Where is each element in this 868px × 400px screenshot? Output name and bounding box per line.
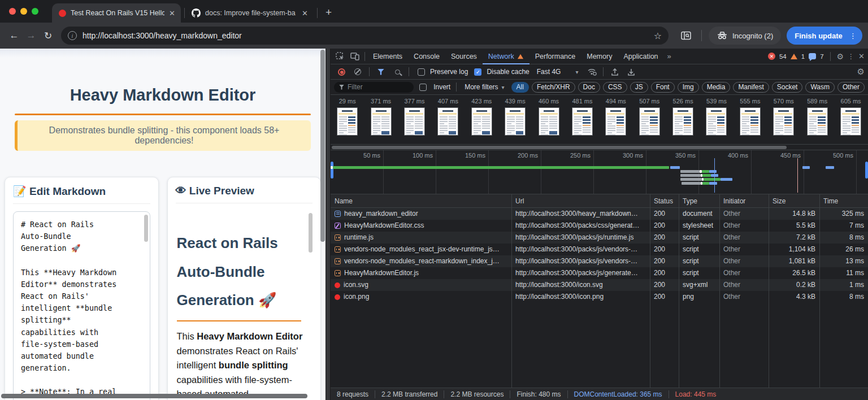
filter-pill-all[interactable]: All — [511, 82, 529, 93]
minimize-window-button[interactable] — [20, 8, 27, 15]
inspect-element-icon[interactable] — [333, 50, 348, 63]
filmstrip-frame[interactable]: 439 ms — [498, 98, 532, 144]
filter-pill-other[interactable]: Other — [837, 82, 865, 93]
browser-tab-inactive[interactable]: docs: Improve file-system-ba ✕ — [185, 3, 314, 23]
request-row[interactable]: heavy_markdown_editorhttp://localhost:30… — [331, 208, 868, 220]
filmstrip-frame[interactable]: 29 ms — [331, 98, 364, 144]
column-header-type[interactable]: Type — [679, 194, 719, 207]
filter-pill-media[interactable]: Media — [702, 82, 731, 93]
filter-pill-doc[interactable]: Doc — [578, 82, 600, 93]
filmstrip-scrollbar-thumb[interactable] — [332, 146, 787, 149]
close-window-button[interactable] — [9, 8, 16, 15]
disable-cache-checkbox[interactable]: ✓ — [474, 68, 481, 76]
preview-pane[interactable]: React on Rails Auto-Bundle Generation 🚀 … — [176, 211, 313, 400]
filter-pill-wasm[interactable]: Wasm — [805, 82, 835, 93]
maximize-window-button[interactable] — [32, 8, 38, 15]
record-network-log-icon[interactable] — [334, 66, 349, 78]
column-header-time[interactable]: Time — [819, 194, 868, 207]
warning-count[interactable]: 1 — [801, 53, 805, 60]
markdown-textarea[interactable]: # React on Rails Auto-Bundle Generation … — [13, 211, 150, 400]
issues-count[interactable]: 7 — [820, 53, 823, 60]
site-info-icon[interactable]: i — [68, 31, 77, 40]
window-controls[interactable] — [9, 8, 38, 15]
request-row[interactable]: vendors-node_modules_react_jsx-dev-runti… — [331, 244, 868, 255]
filmstrip-frame[interactable]: 423 ms — [465, 98, 498, 144]
filmstrip-frame[interactable]: 460 ms — [532, 98, 565, 144]
filmstrip-scrollbar[interactable] — [331, 145, 868, 150]
devtools-tab-console[interactable]: Console — [408, 49, 445, 64]
request-row[interactable]: HeavyMarkdownEditor.jshttp://localhost:3… — [331, 267, 868, 279]
filter-pill-js[interactable]: JS — [630, 82, 648, 93]
tab-close-icon[interactable]: ✕ — [302, 9, 308, 18]
page-vertical-scrollbar[interactable] — [320, 50, 325, 242]
back-button[interactable]: ← — [6, 27, 23, 44]
filmstrip-frame[interactable]: 526 ms — [666, 98, 700, 144]
filmstrip-frame[interactable]: 377 ms — [398, 98, 431, 144]
filter-pill-socket[interactable]: Socket — [772, 82, 803, 93]
filmstrip-frame[interactable]: 570 ms — [767, 98, 800, 144]
devtools-resize-divider[interactable] — [326, 49, 331, 400]
invert-checkbox[interactable] — [419, 84, 427, 91]
preview-scrollbar[interactable] — [309, 213, 313, 253]
filter-pill-manifest[interactable]: Manifest — [733, 82, 769, 93]
request-row[interactable]: runtime.jshttp://localhost:3000/packs/js… — [331, 232, 868, 244]
more-tabs-icon[interactable]: » — [664, 52, 675, 60]
filmstrip-frame[interactable]: 539 ms — [700, 98, 733, 144]
network-overview-waterfall[interactable]: 50 ms100 ms150 ms200 ms250 ms300 ms350 m… — [331, 150, 868, 194]
disable-cache-label[interactable]: Disable cache — [487, 68, 529, 76]
filmstrip-frame[interactable]: 407 ms — [431, 98, 465, 144]
column-header-status[interactable]: Status — [650, 194, 679, 207]
devtools-tab-performance[interactable]: Performance — [530, 49, 581, 64]
url-text[interactable]: http://localhost:3000/heavy_markdown_edi… — [83, 31, 648, 40]
finish-update-button[interactable]: Finish update ⋮ — [787, 27, 862, 45]
side-panel-icon[interactable] — [678, 27, 695, 44]
devtools-tab-sources[interactable]: Sources — [445, 49, 483, 64]
devtools-tab-application[interactable]: Application — [618, 49, 663, 64]
network-conditions-icon[interactable] — [584, 66, 599, 78]
devtools-tab-memory[interactable]: Memory — [581, 49, 618, 64]
filmstrip-frame[interactable]: 605 ms — [834, 98, 867, 144]
devtools-tab-network[interactable]: Network — [483, 49, 530, 64]
filmstrip-frame[interactable]: 555 ms — [734, 98, 767, 144]
filmstrip-frame[interactable]: 371 ms — [364, 98, 397, 144]
clear-network-log-icon[interactable] — [350, 66, 365, 78]
filmstrip-frame[interactable]: 507 ms — [633, 98, 666, 144]
filter-pill-img[interactable]: Img — [678, 82, 699, 93]
filmstrip-frame[interactable]: 494 ms — [599, 98, 632, 144]
column-header-name[interactable]: Name — [331, 194, 511, 207]
overview-left-handle[interactable] — [331, 162, 333, 179]
export-har-icon[interactable] — [624, 66, 639, 78]
request-row[interactable]: icon.pnghttp://localhost:3000/icon.png20… — [331, 291, 868, 303]
address-bar[interactable]: i http://localhost:3000/heavy_markdown_e… — [61, 27, 669, 45]
issues-icon[interactable] — [809, 53, 816, 59]
forward-button[interactable]: → — [23, 27, 40, 44]
filmstrip-frame[interactable]: 481 ms — [566, 98, 599, 144]
devtools-tab-elements[interactable]: Elements — [367, 49, 408, 64]
throttling-dropdown[interactable]: Fast 4G ▾ — [537, 68, 579, 76]
error-icon[interactable]: ✕ — [768, 53, 775, 60]
invert-label[interactable]: Invert — [433, 83, 450, 91]
table-header[interactable]: NameUrlStatusTypeInitiatorSizeTime — [331, 194, 868, 208]
filter-input[interactable]: Filter — [334, 82, 414, 93]
close-devtools-icon[interactable]: ✕ — [858, 52, 865, 60]
error-count[interactable]: 54 — [779, 53, 787, 60]
filter-pill-font[interactable]: Font — [651, 82, 675, 93]
page-horizontal-scrollbar[interactable] — [1, 394, 307, 398]
filter-pill-fetch-xhr[interactable]: Fetch/XHR — [532, 82, 575, 93]
preserve-log-label[interactable]: Preserve log — [430, 68, 468, 76]
request-row[interactable]: vendors-node_modules_react-markdown_inde… — [331, 255, 868, 267]
tab-close-icon[interactable]: ✕ — [169, 9, 175, 18]
import-har-icon[interactable] — [607, 66, 622, 78]
devtools-menu-icon[interactable]: ⋮ — [848, 53, 854, 60]
throttling-value[interactable]: Fast 4G — [537, 68, 561, 76]
request-row[interactable]: HeavyMarkdownEditor.csshttp://localhost:… — [331, 220, 868, 232]
device-toolbar-icon[interactable] — [348, 50, 362, 63]
search-icon[interactable] — [390, 66, 405, 78]
reload-button[interactable]: ↻ — [40, 27, 57, 44]
column-header-size[interactable]: Size — [769, 194, 819, 207]
new-tab-button[interactable]: + — [326, 6, 332, 19]
bookmark-star-icon[interactable]: ☆ — [654, 31, 662, 41]
markdown-source-text[interactable]: # React on Rails Auto-Bundle Generation … — [21, 219, 144, 400]
browser-tab-active[interactable]: Test React On Rails V15 Hello ✕ — [52, 3, 181, 23]
settings-gear-icon[interactable]: ⚙ — [837, 52, 844, 61]
